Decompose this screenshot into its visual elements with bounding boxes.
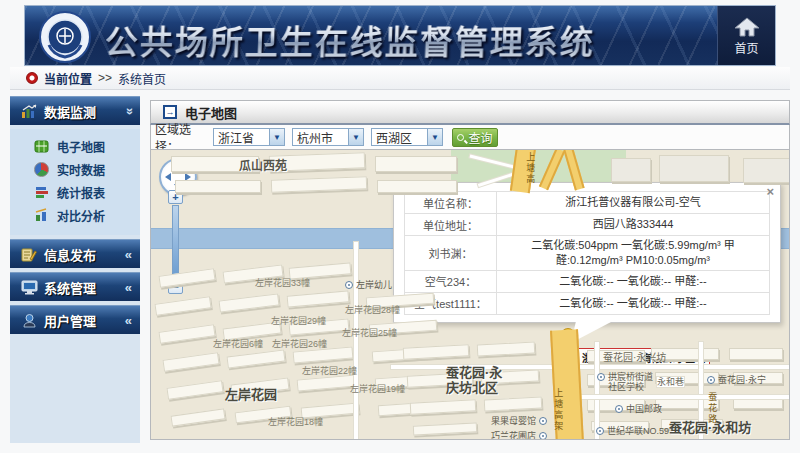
sidebar-item-label: 电子地图	[57, 138, 105, 155]
app-window: 公共场所卫生在线监督管理系统 首页 当前位置 >> 系统首页 数据监测 «	[0, 0, 800, 453]
sidebar-section-data-monitoring[interactable]: 数据监测 «	[10, 96, 140, 125]
home-icon	[734, 17, 760, 37]
sidebar-item-statistical-report[interactable]: 统计报表	[10, 181, 140, 204]
map-label-text: 蚕花园·永宁	[718, 375, 766, 385]
sidebar-item-realtime-data[interactable]: 实时数据	[10, 158, 140, 181]
arrow-box-icon: →	[163, 105, 177, 119]
map-label-text: 左岸花园	[225, 387, 277, 402]
region-filter-bar: 区域选择： 浙江省 ▼ 杭州市 ▼ 西湖区 ▼ 查询	[150, 125, 790, 149]
poi-icon	[539, 417, 547, 425]
map-label-text: 巧兰花圃店	[491, 431, 536, 440]
map-label-text: 左岸花园33幢	[255, 278, 310, 288]
map-label: 永和巷	[657, 377, 684, 387]
city-value: 杭州市	[293, 129, 348, 146]
section-label: 信息发布	[44, 245, 125, 264]
chevron-collapsed-icon: «	[125, 313, 132, 328]
map-label-text: 拱宸桥街道 社区学校	[608, 372, 653, 393]
map-label-text: 永和巷	[657, 377, 684, 387]
map-label: 左岸花园18幢	[268, 417, 323, 427]
home-label: 首页	[734, 39, 758, 56]
map-label: 上塘高架	[553, 388, 563, 432]
sidebar-item-comparative-analysis[interactable]: 对比分析	[10, 204, 140, 227]
sidebar-item-label: 对比分析	[57, 207, 105, 224]
map-label: 左岸幼儿	[345, 280, 392, 290]
map-label: 巧兰花圃店	[491, 431, 547, 440]
map-label: 世纪华联NO.59	[596, 426, 669, 436]
map-label-text: 左岸花园22幢	[302, 366, 357, 376]
chart-growth-icon	[18, 104, 40, 119]
map-label-text: 左岸幼儿	[356, 280, 392, 290]
section-label: 系统管理	[44, 278, 125, 297]
map-label-text: 左岸花园18幢	[268, 417, 323, 427]
map-label: 左岸花园28幢	[345, 305, 400, 315]
map-label-text: 左岸花园19幢	[350, 384, 405, 394]
section-label: 用户管理	[44, 311, 125, 330]
chevron-down-icon: ▼	[427, 129, 442, 145]
map-area-label: 左岸花园	[225, 388, 277, 403]
sidebar-item-electronic-map[interactable]: 电子地图	[10, 135, 140, 158]
search-icon	[457, 134, 464, 141]
map-area-label: 蚕花园·永和坊	[669, 421, 751, 436]
map-label: 左岸花园22幢	[302, 366, 357, 376]
map-label-text: 蚕花园·永和坊	[669, 420, 751, 435]
sidebar-item-label: 统计报表	[57, 184, 105, 201]
map-label-text: 蚕花园·永兴坊	[603, 352, 666, 363]
map-label-text: 中国邮政	[626, 404, 662, 414]
notepad-pencil-icon	[18, 247, 40, 262]
map-label: 上塘高	[525, 152, 535, 185]
map-label-text: 瓜山西苑	[239, 159, 287, 173]
computer-icon	[18, 280, 40, 295]
map-label-text: 蚕花园·永 庆坊北区	[446, 365, 502, 395]
map-label: 蚕花园·永宁	[707, 375, 766, 385]
sidebar: 数据监测 « 电子地图 实时数据 统计报表	[10, 96, 140, 443]
chevron-expanded-icon: «	[121, 107, 136, 114]
location-icon	[26, 72, 38, 84]
sidebar-section-info-publish[interactable]: 信息发布 «	[10, 239, 140, 268]
poi-icon	[707, 376, 715, 384]
map-area-label: 蚕花园·永 庆坊北区	[446, 366, 502, 396]
sidebar-item-label: 实时数据	[57, 161, 105, 178]
map-label: 左岸花园25幢	[342, 328, 397, 338]
pie-chart-icon	[34, 162, 49, 177]
poi-icon	[615, 405, 623, 413]
header-banner: 公共场所卫生在线监督管理系统 首页	[24, 5, 776, 66]
map-label: 拱宸桥街道 社区学校	[597, 372, 653, 393]
map-label: 左岸花园29幢	[271, 316, 326, 326]
home-button[interactable]: 首页	[717, 6, 775, 66]
city-select[interactable]: 杭州市 ▼	[292, 128, 364, 146]
district-value: 西湖区	[372, 129, 427, 146]
province-select[interactable]: 浙江省 ▼	[213, 128, 285, 146]
compare-chart-icon	[34, 208, 49, 223]
content-tab-bar: → 电子地图	[150, 100, 790, 125]
poi-icon	[539, 432, 547, 440]
health-inspection-logo	[39, 11, 91, 63]
tab-title: 电子地图	[185, 103, 237, 122]
map-label: 左岸花园26幢	[272, 339, 327, 349]
map-label-text: 果果母婴馆	[491, 416, 536, 426]
sidebar-section-user-manage[interactable]: 用户管理 «	[10, 305, 140, 334]
map-label: 左岸花园33幢	[255, 278, 310, 288]
map-label: 左岸花园6幢	[213, 339, 263, 349]
map-canvas[interactable]: 瓜山西苑左岸花园33幢左岸幼儿左岸花园29幢左岸花园28幢左岸花园25幢左岸花园…	[150, 149, 790, 440]
sidebar-section-system-manage[interactable]: 系统管理 «	[10, 272, 140, 301]
map-label-text: 左岸花园6幢	[213, 339, 263, 349]
map-label-text: 上塘高架	[553, 388, 563, 432]
breadcrumb-prefix: 当前位置	[44, 70, 92, 87]
chevron-collapsed-icon: «	[125, 247, 132, 262]
map-label-text: 上塘高	[525, 152, 535, 185]
breadcrumb-current[interactable]: 系统首页	[118, 70, 166, 87]
breadcrumb: 当前位置 >> 系统首页	[10, 67, 790, 90]
query-button[interactable]: 查询	[452, 128, 498, 147]
chevron-down-icon: ▼	[348, 129, 363, 145]
map-labels-layer: 瓜山西苑左岸花园33幢左岸幼儿左岸花园29幢左岸花园28幢左岸花园25幢左岸花园…	[151, 150, 789, 439]
district-select[interactable]: 西湖区 ▼	[371, 128, 443, 146]
map-label: 蚕花园·永兴坊	[603, 352, 666, 364]
bar-report-icon	[34, 185, 49, 200]
map-label-text: 左岸花园25幢	[342, 328, 397, 338]
map-icon	[34, 139, 49, 154]
map-label: 左岸花园19幢	[350, 384, 405, 394]
poi-icon	[345, 281, 353, 289]
user-icon	[18, 313, 40, 328]
map-label: 中国邮政	[615, 404, 662, 414]
map-label-text: 左岸花园26幢	[272, 339, 327, 349]
